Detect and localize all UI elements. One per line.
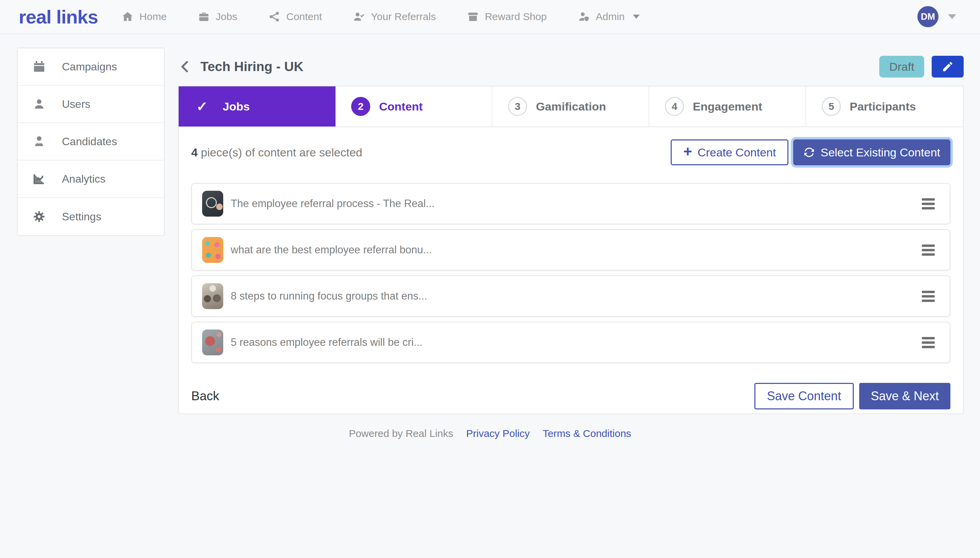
tab-label: Engagement <box>693 100 762 113</box>
tab-label: Jobs <box>223 100 250 113</box>
step-number: 5 <box>822 97 841 116</box>
user-shield-icon <box>578 11 590 23</box>
calendar-icon <box>33 60 46 73</box>
tab-label: Participants <box>850 100 916 113</box>
content-title: what are the best employee referral bonu… <box>231 244 432 256</box>
status-badge: Draft <box>879 56 924 77</box>
tab-jobs[interactable]: ✓ Jobs <box>179 86 335 126</box>
plus-icon: + <box>683 144 692 159</box>
button-label: Select Existing Content <box>821 146 940 159</box>
step-number: 3 <box>508 97 527 116</box>
sidebar: Campaigns Users Candidates Analytics Set… <box>17 48 165 236</box>
content-row[interactable]: 5 reasons employee referrals will be cri… <box>191 322 950 363</box>
main-content: Tech Hiring - UK Draft ✓ Jobs 2 Content … <box>178 48 964 414</box>
top-navbar: real links Home Jobs Content Your Referr… <box>0 0 980 34</box>
nav-label: Your Referrals <box>371 11 436 23</box>
selected-count: 4 <box>191 146 198 159</box>
back-chevron-icon[interactable] <box>178 59 193 74</box>
create-content-button[interactable]: + Create Content <box>671 140 788 165</box>
sidebar-item-label: Analytics <box>62 173 105 185</box>
sidebar-item-candidates[interactable]: Candidates <box>18 123 164 161</box>
sidebar-item-settings[interactable]: Settings <box>18 198 164 235</box>
nav-label: Content <box>286 11 322 23</box>
sidebar-item-campaigns[interactable]: Campaigns <box>18 48 164 86</box>
drag-handle-icon[interactable] <box>922 196 935 212</box>
terms-conditions-link[interactable]: Terms & Conditions <box>543 428 631 439</box>
briefcase-icon <box>198 11 210 23</box>
content-row[interactable]: The employee referral process - The Real… <box>191 183 950 225</box>
tab-label: Content <box>379 100 423 113</box>
selected-content-list: The employee referral process - The Real… <box>191 183 950 363</box>
page-footer: Powered by Real Links Privacy Policy Ter… <box>0 428 980 439</box>
tab-content[interactable]: 2 Content <box>335 86 492 126</box>
chart-line-icon <box>33 172 46 185</box>
save-content-button[interactable]: Save Content <box>755 383 854 409</box>
user-check-icon <box>353 11 365 23</box>
content-title: 5 reasons employee referrals will be cri… <box>231 336 422 348</box>
gear-icon <box>33 210 46 223</box>
share-icon <box>268 11 280 23</box>
page-title: Tech Hiring - UK <box>201 59 304 74</box>
content-title: 8 steps to running focus groups that ens… <box>231 290 427 302</box>
tab-engagement[interactable]: 4 Engagement <box>649 86 806 126</box>
drag-handle-icon[interactable] <box>922 243 935 258</box>
content-thumbnail <box>202 330 223 355</box>
content-thumbnail <box>202 283 223 309</box>
wizard-tabbar: ✓ Jobs 2 Content 3 Gamification 4 Engage… <box>179 86 963 127</box>
selected-count-text: 4 piece(s) of content are selected <box>191 146 362 159</box>
nav-label: Reward Shop <box>485 11 547 23</box>
user-icon <box>33 98 46 110</box>
nav-label: Jobs <box>216 11 237 23</box>
nav-item-content[interactable]: Content <box>268 11 322 23</box>
drag-handle-icon[interactable] <box>922 289 935 304</box>
privacy-policy-link[interactable]: Privacy Policy <box>466 428 530 439</box>
user-tie-icon <box>33 135 46 148</box>
sync-icon <box>803 146 815 158</box>
drag-handle-icon[interactable] <box>922 335 935 350</box>
nav-item-reward-shop[interactable]: Reward Shop <box>467 11 547 23</box>
edit-campaign-button[interactable] <box>932 56 964 77</box>
select-existing-content-button[interactable]: Select Existing Content <box>793 140 950 165</box>
sidebar-item-users[interactable]: Users <box>18 86 164 123</box>
nav-item-jobs[interactable]: Jobs <box>198 11 237 23</box>
nav-item-home[interactable]: Home <box>122 11 167 23</box>
nav-label: Home <box>140 11 167 23</box>
content-row[interactable]: what are the best employee referral bonu… <box>191 229 950 271</box>
chevron-down-icon[interactable] <box>948 14 956 19</box>
avatar[interactable]: DM <box>918 6 939 27</box>
step-number: 4 <box>665 97 684 116</box>
back-button[interactable]: Back <box>191 389 219 403</box>
main-nav: Home Jobs Content Your Referrals Reward … <box>122 11 640 23</box>
page-header: Tech Hiring - UK Draft <box>178 48 964 86</box>
nav-label: Admin <box>596 11 625 23</box>
content-row[interactable]: 8 steps to running focus groups that ens… <box>191 276 950 317</box>
sidebar-item-label: Users <box>62 98 90 110</box>
check-icon: ✓ <box>196 98 208 114</box>
nav-item-admin[interactable]: Admin <box>578 11 640 23</box>
step-number: 2 <box>351 97 370 116</box>
store-icon <box>467 11 479 23</box>
sidebar-item-label: Candidates <box>62 135 117 148</box>
content-thumbnail <box>202 191 223 217</box>
home-icon <box>122 11 133 23</box>
tab-gamification[interactable]: 3 Gamification <box>492 86 649 126</box>
chevron-down-icon <box>633 15 640 19</box>
campaign-wizard-card: ✓ Jobs 2 Content 3 Gamification 4 Engage… <box>178 86 964 414</box>
content-thumbnail <box>202 237 223 263</box>
content-title: The employee referral process - The Real… <box>231 198 434 210</box>
nav-item-your-referrals[interactable]: Your Referrals <box>353 11 436 23</box>
tab-label: Gamification <box>536 100 606 113</box>
tab-participants[interactable]: 5 Participants <box>806 86 963 126</box>
sidebar-item-label: Campaigns <box>62 61 117 73</box>
brand-logo[interactable]: real links <box>19 6 98 28</box>
button-label: Create Content <box>697 146 776 159</box>
save-and-next-button[interactable]: Save & Next <box>859 383 950 409</box>
sidebar-item-label: Settings <box>62 210 101 223</box>
pencil-icon <box>942 61 954 73</box>
sidebar-item-analytics[interactable]: Analytics <box>18 161 164 198</box>
powered-by-text: Powered by Real Links <box>349 428 453 439</box>
selected-suffix: piece(s) of content are selected <box>198 146 362 159</box>
